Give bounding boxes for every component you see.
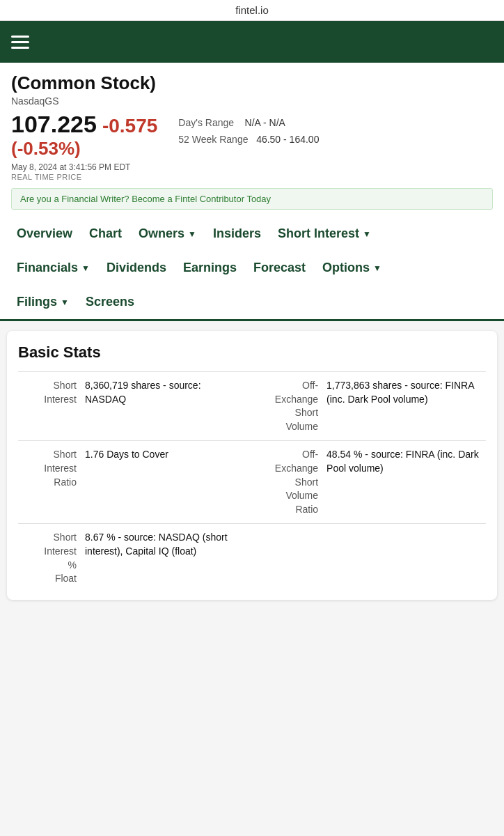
stat-value-si-float: 8.67 % - source: NASDAQ (short interest)… — [81, 524, 247, 593]
hamburger-button[interactable] — [11, 36, 29, 49]
nav-row-2: Financials ▼ Dividends Earnings Forecast… — [8, 251, 496, 285]
stock-price: 107.225 — [11, 111, 97, 137]
hamburger-line-2 — [11, 41, 29, 43]
stats-card: Basic Stats ShortInterest 8,360,719 shar… — [7, 331, 497, 600]
nav-earnings[interactable]: Earnings — [175, 251, 245, 285]
stat-value-sir: 1.76 Days to Cover — [81, 441, 247, 524]
options-chevron: ▼ — [373, 263, 381, 273]
promo-bar[interactable]: Are you a Financial Writer? Become a Fin… — [11, 188, 493, 210]
col-divider-2 — [247, 441, 260, 524]
timestamp: May 8, 2024 at 3:41:56 PM EDT — [11, 162, 493, 172]
stat-value-off-exchange-ratio: 48.54 % - source: FINRA (inc. Dark Pool … — [322, 441, 486, 524]
financials-chevron: ▼ — [81, 263, 90, 273]
hamburger-line-3 — [11, 47, 29, 49]
nav-short-interest[interactable]: Short Interest ▼ — [269, 217, 379, 251]
stat-value-empty — [322, 524, 486, 593]
price-right: Day's Range N/A - N/A 52 Week Range 46.5… — [178, 111, 493, 148]
nav-screens[interactable]: Screens — [77, 285, 143, 319]
nav-row-1: Overview Chart Owners ▼ Insiders Short I… — [8, 217, 496, 251]
nav-owners[interactable]: Owners ▼ — [130, 217, 205, 251]
days-range-value: N/A - N/A — [245, 117, 285, 128]
col-divider-1 — [247, 372, 260, 441]
owners-chevron: ▼ — [188, 229, 196, 239]
nav-row-3: Filings ▼ Screens — [8, 285, 496, 319]
price-left: 107.225-0.575 (-0.53%) — [11, 111, 157, 160]
card-title: Basic Stats — [18, 343, 486, 362]
nav-forecast[interactable]: Forecast — [245, 251, 314, 285]
table-row: ShortInterest 8,360,719 shares - source:… — [18, 372, 486, 441]
stat-label-short-interest: ShortInterest — [18, 372, 81, 441]
nav-header — [0, 21, 504, 63]
nav-filings[interactable]: Filings ▼ — [8, 285, 77, 319]
nav-financials[interactable]: Financials ▼ — [8, 251, 98, 285]
nav-chart[interactable]: Chart — [81, 217, 130, 251]
price-pct: (-0.53%) — [11, 138, 157, 160]
short-interest-chevron: ▼ — [363, 229, 371, 239]
top-bar: fintel.io — [0, 0, 504, 21]
stat-label-empty — [260, 524, 322, 593]
stat-value-off-exchange-volume: 1,773,863 shares - source: FINRA (inc. D… — [322, 372, 486, 441]
week-range-value: 46.50 - 164.00 — [256, 134, 319, 145]
stat-label-sir: ShortInterestRatio — [18, 441, 81, 524]
stat-value-short-interest: 8,360,719 shares - source: NASDAQ — [81, 372, 247, 441]
stat-label-off-exchange-ratio: Off-ExchangeShortVolumeRatio — [260, 441, 322, 524]
stock-exchange: NasdaqGS — [11, 95, 493, 107]
days-range-row: Day's Range N/A - N/A — [178, 115, 493, 132]
week-range-label: 52 Week Range — [178, 134, 248, 145]
week-range-row: 52 Week Range 46.50 - 164.00 — [178, 132, 493, 148]
price-change: -0.575 — [102, 115, 157, 137]
days-range-label: Day's Range — [178, 117, 234, 128]
nav-options[interactable]: Options ▼ — [314, 251, 390, 285]
nav-insiders[interactable]: Insiders — [205, 217, 269, 251]
stats-table: ShortInterest 8,360,719 shares - source:… — [18, 371, 486, 593]
nav-overview[interactable]: Overview — [8, 217, 81, 251]
nav-tabs: Overview Chart Owners ▼ Insiders Short I… — [0, 217, 504, 321]
col-divider-3 — [247, 524, 260, 593]
stat-label-si-float: ShortInterest%Float — [18, 524, 81, 593]
price-row: 107.225-0.575 (-0.53%) Day's Range N/A -… — [11, 111, 493, 160]
table-row: ShortInterest%Float 8.67 % - source: NAS… — [18, 524, 486, 593]
domain-label: fintel.io — [235, 4, 269, 16]
hamburger-line-1 — [11, 36, 29, 38]
stock-title: (Common Stock) — [11, 72, 493, 94]
main-content: Basic Stats ShortInterest 8,360,719 shar… — [0, 321, 504, 610]
stat-label-off-exchange-volume: Off-ExchangeShortVolume — [260, 372, 322, 441]
filings-chevron: ▼ — [61, 297, 69, 307]
stock-section: (Common Stock) NasdaqGS 107.225-0.575 (-… — [0, 63, 504, 217]
table-row: ShortInterestRatio 1.76 Days to Cover Of… — [18, 441, 486, 524]
realtime-label: REAL TIME PRICE — [11, 173, 493, 181]
nav-dividends[interactable]: Dividends — [98, 251, 175, 285]
